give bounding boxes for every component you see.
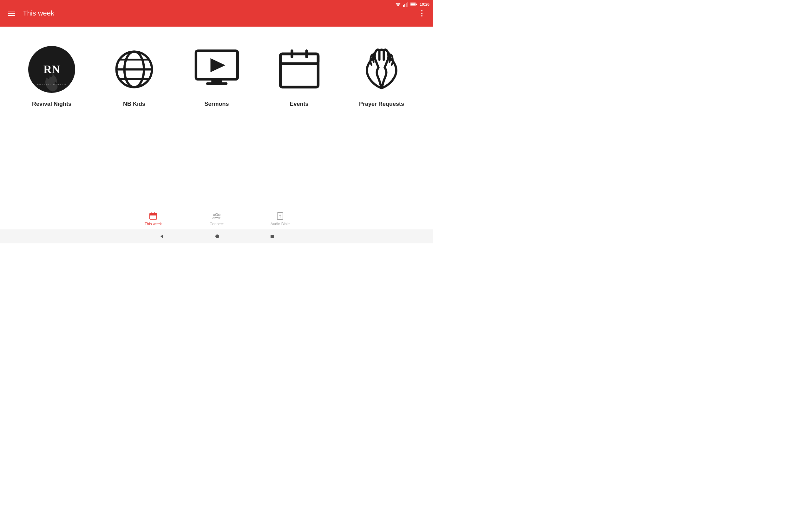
events-item[interactable]: Events [267,46,331,107]
main-content: RN REVIVAL NIGHTS Revival Nights NB K [0,26,433,208]
nav-connect[interactable]: Connect [185,208,248,229]
svg-point-28 [218,214,220,216]
grid-row: RN REVIVAL NIGHTS Revival Nights NB K [20,46,413,107]
svg-rect-21 [305,49,308,58]
nav-audio-bible-icon [275,212,285,221]
svg-rect-19 [281,54,318,64]
nb-kids-icon-container [110,46,158,93]
revival-nights-logo: RN REVIVAL NIGHTS [28,46,75,93]
svg-rect-7 [416,4,417,5]
recents-button[interactable] [270,234,274,239]
app-bar-title: This week [23,9,415,17]
status-time: 10:26 [420,2,429,7]
svg-rect-25 [154,212,155,214]
hamburger-line-2 [8,13,15,14]
praying-hands-icon [361,47,402,93]
nav-connect-icon [212,212,221,221]
svg-rect-16 [206,82,227,85]
revival-nights-label: Revival Nights [32,101,71,107]
svg-point-33 [215,234,219,238]
prayer-requests-label: Prayer Requests [359,101,404,107]
video-screen-icon [194,47,240,92]
svg-rect-4 [406,3,407,7]
svg-rect-2 [403,5,404,7]
nav-connect-label: Connect [210,222,224,226]
sermons-icon-container [193,46,241,93]
system-nav [0,229,433,243]
svg-marker-32 [160,234,163,238]
hamburger-menu[interactable] [5,7,18,20]
nav-this-week[interactable]: This week [121,208,185,229]
svg-point-27 [213,214,215,216]
svg-rect-8 [411,3,415,6]
bottom-nav: This week Connect Audio B [0,208,433,229]
revival-nights-item[interactable]: RN REVIVAL NIGHTS Revival Nights [20,46,84,107]
events-icon-container [275,46,323,93]
revival-nights-subtitle: REVIVAL NIGHTS [37,83,66,86]
globe-icon [112,47,156,92]
svg-point-26 [215,213,217,216]
svg-rect-15 [211,79,222,83]
sermons-label: Sermons [204,101,229,107]
battery-icon [410,3,417,6]
svg-marker-17 [210,58,225,72]
svg-rect-18 [281,54,318,87]
svg-rect-34 [270,235,274,238]
nav-this-week-icon [149,212,158,221]
hamburger-line-3 [8,15,15,16]
wifi-icon [396,2,401,7]
prayer-requests-icon-container [358,46,405,93]
nav-this-week-label: This week [145,222,162,226]
svg-rect-20 [291,49,293,58]
calendar-icon [278,47,321,92]
nb-kids-label: NB Kids [123,101,145,107]
svg-rect-5 [407,2,408,7]
prayer-requests-item[interactable]: Prayer Requests [350,46,413,107]
revival-nights-icon-container: RN REVIVAL NIGHTS [28,46,75,93]
sermons-item[interactable]: Sermons [185,46,248,107]
nb-kids-item[interactable]: NB Kids [102,46,166,107]
more-options-button[interactable] [415,7,428,20]
rn-logo-text: RN [44,63,60,76]
back-button[interactable] [159,234,164,239]
nav-audio-bible-label: Audio Bible [270,222,290,226]
events-label: Events [290,101,308,107]
svg-rect-23 [150,213,157,216]
nav-audio-bible[interactable]: Audio Bible [248,208,312,229]
app-bar: 10:26 This week [0,0,433,26]
signal-icon [403,2,408,7]
svg-rect-24 [151,212,152,214]
home-button[interactable] [215,234,219,239]
hamburger-line-1 [8,11,15,11]
svg-rect-3 [404,4,405,7]
